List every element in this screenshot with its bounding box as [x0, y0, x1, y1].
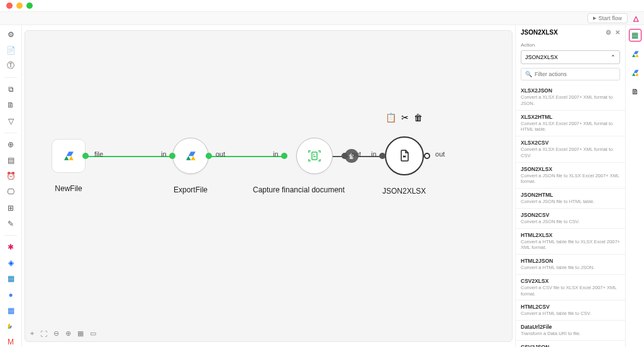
tool-gdrive-icon[interactable]	[4, 321, 17, 331]
action-list-item[interactable]: CSV2JSONConvert a CSV file to JSON.	[516, 341, 625, 347]
panel-header: JSON2XLSX ⚙ ✕	[516, 25, 625, 40]
action-item-title: HTML2JSON	[521, 258, 620, 264]
action-item-title: HTML2XLSX	[521, 232, 620, 238]
action-list-item[interactable]: JSON2CSVConvert a JSON file to CSV.	[516, 209, 625, 229]
tool-google-icon[interactable]: ●	[4, 289, 17, 300]
tool-monitor-icon[interactable]: 🖵	[4, 187, 17, 197]
tool-text-icon[interactable]: Ⓣ	[4, 60, 17, 71]
window-maximize-dot[interactable]	[26, 3, 33, 9]
action-select[interactable]: JSON2XLSX ⌃	[521, 50, 620, 64]
sidebar-divider	[4, 77, 17, 78]
tool-calendar-icon[interactable]: ▦	[4, 305, 17, 316]
compass-icon[interactable]: ⌖	[30, 329, 34, 338]
expand-icon[interactable]: ⛶	[40, 330, 47, 338]
document-scan-icon	[307, 148, 322, 163]
action-list-item[interactable]: XLSX2HTMLConvert a XLSX Excel 2007+ XML …	[516, 111, 625, 137]
node-newfile[interactable]: file NewFile	[52, 139, 86, 193]
filter-input-wrapper: 🔍	[521, 68, 620, 80]
port-out[interactable]	[206, 153, 212, 159]
tool-edit-icon[interactable]: ✎	[4, 218, 17, 229]
properties-panel: JSON2XLSX ⚙ ✕ Action JSON2XLSX ⌃ 🔍 XLSX2…	[515, 25, 625, 347]
node-exportfile[interactable]: in out ExportFile	[172, 138, 209, 194]
panel-section-label: Action	[516, 40, 625, 50]
tool-trello-icon[interactable]: ▦	[4, 273, 17, 284]
canvas[interactable]: 🗑 file NewFile in out ExportFile	[25, 30, 513, 342]
tool-clock-icon[interactable]: ⏰	[4, 171, 17, 182]
canvas-bottom-tools: ⌖ ⛶ ⊖ ⊕ ▦ ▭	[30, 329, 96, 338]
port-out-label: out	[216, 150, 225, 158]
action-item-title: HTML2CSV	[521, 304, 620, 310]
tool-dropbox-icon[interactable]: ◈	[4, 258, 17, 268]
action-list-item[interactable]: JSON2XLSXConvert a JSON file to XLSX Exc…	[516, 163, 625, 189]
rail-gdrive-icon[interactable]	[629, 48, 641, 60]
port-in[interactable]	[379, 153, 386, 159]
tool-page-icon[interactable]: 📄	[4, 45, 17, 55]
tool-connector-icon[interactable]: ⊕	[4, 140, 17, 150]
window-close-dot[interactable]	[6, 3, 13, 9]
warning-icon[interactable]: △	[631, 14, 640, 23]
action-item-desc: Convert a HTML table file to XLSX Excel …	[521, 239, 620, 251]
action-list-item[interactable]: XLSX2CSVConvert a XLSX Excel 2007+ XML f…	[516, 136, 625, 163]
tool-gmail-icon[interactable]: M	[4, 336, 17, 347]
port-out-label: file	[94, 150, 103, 158]
zoom-in-icon[interactable]: ⊕	[65, 329, 71, 338]
action-list-item[interactable]: JSON2HTMLConvert a JSON file to HTML tab…	[516, 189, 625, 209]
search-icon: 🔍	[525, 71, 532, 77]
start-flow-button[interactable]: Start flow	[587, 13, 628, 23]
snap-icon[interactable]: ▭	[90, 329, 96, 338]
node-json2xlsx[interactable]: 📋 ✂ 🗑 in out JSON2XLSX	[382, 136, 426, 196]
action-list-item[interactable]: XLSX2JSONConvert a XLSX Excel 2007+ XML …	[516, 84, 625, 111]
action-item-title: XLSX2CSV	[521, 140, 620, 146]
gdrive-icon	[184, 150, 197, 162]
port-out-label: out	[435, 150, 445, 158]
action-item-desc: Convert a JSON file to CSV.	[521, 219, 620, 225]
tool-storage-icon[interactable]: ▤	[4, 155, 17, 166]
action-item-desc: Transform a Data URI to file.	[521, 331, 620, 337]
action-item-desc: Convert a XLSX Excel 2007+ XML format to…	[521, 94, 620, 107]
tool-sheet-icon[interactable]: ⊞	[4, 202, 17, 213]
node-label: ExportFile	[174, 185, 208, 194]
action-select-value: JSON2XLSX	[525, 54, 558, 60]
action-list-item[interactable]: DataUrl2FileTransform a Data URI to file…	[516, 321, 625, 341]
action-item-title: XLSX2JSON	[521, 87, 620, 94]
scissors-icon[interactable]: ✂	[401, 113, 409, 123]
trash-icon[interactable]: 🗑	[414, 113, 423, 123]
tool-filter-icon[interactable]: ▽	[4, 116, 17, 126]
action-item-desc: Convert a CSV file to XLSX Excel 2007+ X…	[521, 285, 620, 297]
zoom-out-icon[interactable]: ⊖	[53, 329, 59, 338]
port-in[interactable]	[169, 153, 175, 159]
action-list-item[interactable]: HTML2XLSXConvert a HTML table file to XL…	[516, 229, 625, 255]
port-out[interactable]	[82, 153, 89, 159]
action-item-desc: Convert a JSON file to XLSX Excel 2007+ …	[521, 173, 620, 185]
node-capture[interactable]: in out Capture financial document	[284, 138, 345, 194]
tool-doc-icon[interactable]: 🗎	[4, 100, 17, 111]
grid-icon[interactable]: ▦	[77, 329, 84, 338]
tool-slack-icon[interactable]: ✱	[4, 242, 17, 253]
node-box	[52, 139, 86, 173]
action-list-item[interactable]: HTML2JSONConvert a HTML table file to JS…	[516, 255, 625, 275]
node-label: Capture financial document	[253, 185, 345, 194]
clipboard-icon[interactable]: 📋	[386, 113, 396, 123]
window-chrome	[0, 0, 644, 11]
node-circle	[172, 138, 209, 174]
rail-excel-icon[interactable]: ▦	[629, 29, 641, 41]
filter-input[interactable]	[535, 71, 616, 77]
tool-copy-icon[interactable]: ⧉	[4, 84, 17, 95]
gdrive-icon	[62, 150, 75, 162]
action-list-item[interactable]: CSV2XLSXConvert a CSV file to XLSX Excel…	[516, 275, 625, 301]
tool-gear-icon[interactable]: ⚙	[4, 29, 17, 40]
svg-rect-0	[312, 152, 317, 160]
port-out[interactable]	[424, 153, 430, 159]
file-convert-icon	[397, 148, 412, 163]
action-item-title: CSV2JSON	[521, 344, 620, 347]
close-icon[interactable]: ✕	[615, 29, 620, 36]
window-minimize-dot[interactable]	[16, 3, 23, 9]
node-circle	[385, 136, 424, 175]
gear-icon[interactable]: ⚙	[606, 29, 611, 36]
panel-title: JSON2XLSX	[521, 29, 558, 36]
rail-gdrive-icon[interactable]	[629, 67, 641, 79]
rail-file-icon[interactable]: 🗎	[629, 85, 641, 98]
action-list-item[interactable]: HTML2CSVConvert a HTML table file to CSV…	[516, 300, 625, 321]
action-item-desc: Convert a XLSX Excel 2007+ XML format to…	[521, 121, 620, 133]
port-in[interactable]	[281, 153, 287, 159]
